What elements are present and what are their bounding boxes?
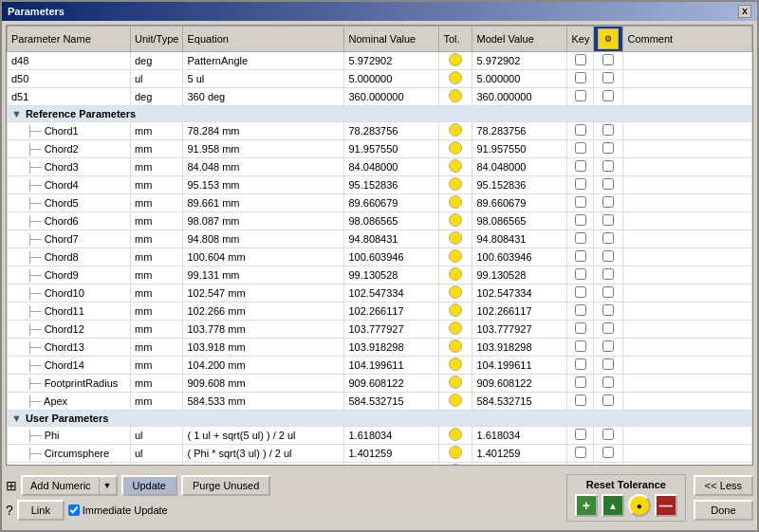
tol-cell [439, 303, 472, 321]
img-checkbox[interactable] [602, 232, 614, 244]
key-checkbox[interactable] [575, 124, 586, 136]
unit-cell: mm [131, 212, 183, 230]
img-cell [594, 194, 623, 212]
comment-cell [623, 52, 752, 70]
img-checkbox[interactable] [602, 286, 614, 298]
key-cell [567, 212, 594, 230]
key-checkbox[interactable] [575, 196, 586, 208]
key-checkbox[interactable] [575, 322, 586, 334]
img-checkbox[interactable] [602, 465, 614, 466]
key-checkbox[interactable] [575, 376, 586, 388]
table-row: ├─ Chord7mm94.808 mm94.80843194.808431 [8, 230, 752, 248]
img-checkbox[interactable] [602, 178, 614, 190]
tol-indicator [449, 231, 462, 245]
tol-minus-button[interactable]: — [655, 494, 677, 517]
key-checkbox[interactable] [575, 214, 586, 226]
key-checkbox[interactable] [575, 160, 586, 172]
key-checkbox[interactable] [575, 286, 586, 298]
tol-circle-button[interactable]: ● [628, 494, 651, 517]
section-header-cell: ▼Reference Parameters [8, 106, 752, 122]
key-checkbox[interactable] [575, 394, 586, 406]
model-value-cell: 5.000000 [472, 70, 567, 88]
col-header-img: ⚙ [594, 27, 623, 52]
img-checkbox[interactable] [602, 160, 614, 172]
content-area: Parameter Name Unit/Type Equation Nomina… [2, 21, 757, 530]
model-value-cell: 909.608122 [472, 375, 567, 393]
tol-up-button[interactable]: ▲ [602, 494, 624, 517]
link-button[interactable]: Link [17, 500, 65, 521]
key-checkbox[interactable] [575, 304, 586, 316]
add-numeric-label[interactable]: Add Numeric [23, 477, 100, 494]
table-row: ├─ Chord13mm103.918 mm103.918298103.9182… [8, 339, 752, 357]
less-button[interactable]: << Less [694, 475, 753, 496]
key-checkbox[interactable] [575, 142, 586, 154]
img-checkbox[interactable] [602, 394, 614, 406]
tol-indicator [449, 89, 462, 102]
equation-cell: 95.153 mm [183, 176, 344, 194]
key-checkbox[interactable] [575, 54, 586, 65]
table-container: Parameter Name Unit/Type Equation Nomina… [6, 25, 753, 466]
table-row: ├─ Chord9mm99.131 mm99.13052899.130528 [8, 266, 752, 284]
img-checkbox[interactable] [602, 447, 614, 458]
img-checkbox[interactable] [602, 429, 614, 440]
table-row: ├─ Chord6mm98.087 mm98.08656598.086565 [8, 212, 752, 230]
img-checkbox[interactable] [602, 90, 614, 101]
nominal-cell: 103.918298 [344, 339, 439, 357]
comment-cell [623, 248, 752, 266]
key-checkbox[interactable] [575, 358, 586, 370]
key-checkbox[interactable] [575, 90, 586, 101]
update-button[interactable]: Update [121, 475, 177, 496]
param-name-cell: d51 [8, 88, 131, 106]
img-checkbox[interactable] [602, 72, 614, 83]
key-checkbox[interactable] [575, 447, 586, 458]
img-checkbox[interactable] [602, 340, 614, 352]
key-checkbox[interactable] [575, 465, 586, 466]
key-checkbox[interactable] [575, 232, 586, 244]
immediate-update-checkbox[interactable] [68, 504, 80, 516]
key-checkbox[interactable] [575, 72, 586, 83]
key-checkbox[interactable] [575, 250, 586, 262]
close-button[interactable]: X [738, 5, 751, 18]
key-checkbox[interactable] [575, 268, 586, 280]
help-icon[interactable]: ? [6, 503, 13, 518]
done-button[interactable]: Done [694, 500, 753, 521]
key-checkbox[interactable] [575, 178, 586, 190]
comment-cell [623, 445, 752, 463]
model-value-cell: 104.199611 [472, 357, 567, 375]
img-checkbox[interactable] [602, 214, 614, 226]
section-header-row: ▼Reference Parameters [8, 106, 752, 122]
tol-plus-button[interactable]: + [575, 494, 598, 517]
img-checkbox[interactable] [602, 196, 614, 208]
purge-button[interactable]: Purge Unused [181, 475, 270, 496]
add-numeric-split-button[interactable]: Add Numeric ▼ [21, 475, 118, 496]
tol-cell [439, 194, 472, 212]
tol-cell [439, 248, 472, 266]
model-value-cell: 1.401259 [472, 445, 567, 463]
img-checkbox[interactable] [602, 268, 614, 280]
equation-cell: 104.200 mm [183, 357, 344, 375]
img-checkbox[interactable] [602, 358, 614, 370]
img-checkbox[interactable] [602, 304, 614, 316]
img-checkbox[interactable] [602, 124, 614, 136]
img-cell [594, 70, 623, 88]
col-header-equation: Equation [183, 27, 344, 52]
reset-tolerance-box: Reset Tolerance + ▲ ● — [566, 474, 686, 522]
img-checkbox[interactable] [602, 250, 614, 262]
tol-indicator [449, 249, 462, 263]
nominal-cell: 94.808431 [344, 230, 439, 248]
filter-icon[interactable]: ⊞ [6, 478, 17, 493]
key-checkbox[interactable] [575, 429, 586, 440]
key-checkbox[interactable] [575, 340, 586, 352]
img-checkbox[interactable] [602, 142, 614, 154]
model-value-cell: 103.777927 [472, 321, 567, 339]
tol-cell [439, 122, 472, 140]
img-checkbox[interactable] [602, 376, 614, 388]
table-row: ├─ Chord1mm78.284 mm78.28375678.283756 [8, 122, 752, 140]
tol-indicator [449, 358, 462, 371]
model-value-cell: 102.547334 [472, 284, 567, 303]
param-name-cell: ├─ Chord3 [8, 158, 131, 176]
comment-cell [623, 70, 752, 88]
img-checkbox[interactable] [602, 322, 614, 334]
add-numeric-arrow[interactable]: ▼ [100, 478, 116, 493]
img-checkbox[interactable] [602, 54, 614, 65]
